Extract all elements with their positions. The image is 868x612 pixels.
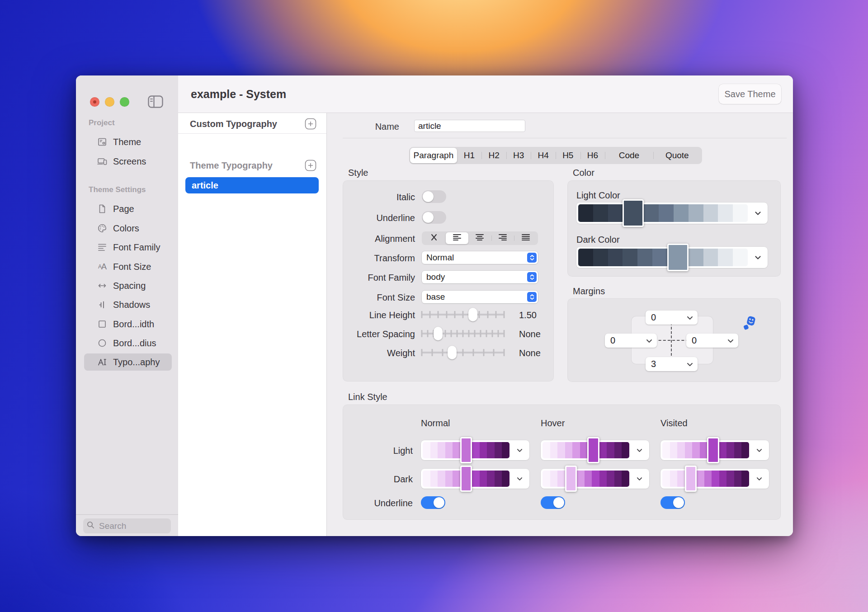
sidebar-item-theme[interactable]: Theme (84, 133, 172, 151)
color-swatch[interactable] (704, 471, 712, 487)
color-swatch[interactable] (592, 471, 599, 487)
color-swatch[interactable] (607, 442, 614, 458)
color-swatch[interactable] (502, 442, 509, 458)
sidebar-item-colors[interactable]: Colors (84, 220, 172, 237)
slider-thumb[interactable] (468, 308, 477, 321)
transform-select[interactable]: Normal (422, 251, 538, 264)
add-theme-typography-button[interactable] (305, 160, 316, 171)
font-size-select[interactable]: base (422, 291, 538, 303)
color-swatch[interactable] (726, 442, 734, 458)
color-swatch[interactable] (712, 471, 719, 487)
sidebar-item-font-family[interactable]: Font Family (84, 239, 172, 256)
align-right-button[interactable] (491, 232, 514, 244)
color-swatch[interactable] (438, 471, 445, 487)
color-swatch[interactable] (557, 471, 565, 487)
color-swatch[interactable] (623, 249, 637, 266)
color-swatch[interactable] (550, 471, 558, 487)
color-swatch[interactable] (487, 471, 495, 487)
color-swatch[interactable] (550, 442, 558, 458)
tab-code[interactable]: Code (605, 148, 653, 163)
color-swatch[interactable] (453, 471, 460, 487)
color-swatch[interactable] (719, 471, 727, 487)
color-swatch[interactable] (585, 471, 592, 487)
close-button[interactable] (90, 97, 99, 107)
color-swatch[interactable] (453, 442, 460, 458)
tab-h4[interactable]: H4 (531, 148, 556, 163)
color-swatch[interactable] (674, 204, 689, 222)
chevron-down-icon[interactable] (509, 477, 529, 481)
color-swatch[interactable] (703, 249, 718, 266)
link-light-normal-strip[interactable] (421, 440, 529, 460)
color-swatch[interactable] (703, 204, 718, 222)
sidebar-item-border-radius[interactable]: Bord...dius (84, 334, 172, 352)
selected-color-swatch[interactable] (685, 466, 697, 492)
link-underline-visited-toggle[interactable] (660, 496, 685, 509)
margin-bottom-select[interactable]: 3 (646, 357, 698, 371)
add-custom-typography-button[interactable] (305, 118, 316, 130)
zoom-button[interactable] (120, 97, 129, 107)
selected-color-swatch[interactable] (460, 437, 472, 463)
color-swatch[interactable] (577, 471, 585, 487)
link-dark-hover-strip[interactable] (541, 469, 649, 489)
color-swatch[interactable] (614, 471, 622, 487)
color-swatch[interactable] (637, 249, 652, 266)
color-swatch[interactable] (495, 442, 502, 458)
color-swatch[interactable] (741, 471, 749, 487)
color-swatch[interactable] (480, 471, 487, 487)
color-swatch[interactable] (430, 442, 438, 458)
color-swatch[interactable] (692, 442, 700, 458)
link-light-hover-strip[interactable] (541, 440, 649, 460)
color-swatch[interactable] (733, 249, 748, 266)
color-swatch[interactable] (670, 471, 678, 487)
font-family-select[interactable]: body (422, 271, 538, 283)
color-swatch[interactable] (495, 471, 502, 487)
chevron-down-icon[interactable] (748, 255, 768, 260)
color-swatch[interactable] (542, 471, 550, 487)
margin-left-select[interactable]: 0 (605, 334, 657, 348)
color-swatch[interactable] (741, 442, 749, 458)
color-swatch[interactable] (733, 204, 748, 222)
color-swatch[interactable] (578, 249, 593, 266)
slider-thumb[interactable] (448, 346, 457, 359)
color-swatch[interactable] (502, 471, 509, 487)
selected-color-swatch[interactable] (460, 466, 472, 492)
color-swatch[interactable] (608, 249, 623, 266)
chevron-down-icon[interactable] (749, 448, 769, 452)
link-dark-normal-strip[interactable] (421, 469, 529, 489)
color-swatch[interactable] (599, 442, 607, 458)
search-input[interactable] (98, 521, 163, 532)
color-swatch[interactable] (677, 442, 685, 458)
color-swatch[interactable] (423, 442, 430, 458)
color-swatch[interactable] (718, 204, 733, 222)
sidebar-item-border-width[interactable]: Bord...idth (84, 315, 172, 333)
color-swatch[interactable] (734, 442, 742, 458)
link-dark-visited-strip[interactable] (660, 469, 769, 489)
color-swatch[interactable] (480, 442, 487, 458)
chevron-down-icon[interactable] (748, 211, 768, 216)
align-center-button[interactable] (468, 232, 491, 244)
color-swatch[interactable] (697, 471, 704, 487)
color-swatch[interactable] (565, 442, 573, 458)
color-swatch[interactable] (445, 471, 453, 487)
color-swatch[interactable] (472, 442, 480, 458)
margin-top-select[interactable]: 0 (646, 311, 698, 325)
weight-slider[interactable] (422, 346, 504, 359)
selected-color-swatch[interactable] (623, 199, 644, 227)
color-swatch[interactable] (607, 471, 614, 487)
link-light-visited-strip[interactable] (660, 440, 769, 460)
color-swatch[interactable] (445, 442, 453, 458)
link-underline-hover-toggle[interactable] (541, 496, 565, 509)
color-swatch[interactable] (580, 442, 588, 458)
color-swatch[interactable] (662, 471, 670, 487)
color-swatch[interactable] (423, 471, 430, 487)
margin-right-select[interactable]: 0 (686, 334, 738, 348)
sidebar-item-font-size[interactable]: AA Font Size (84, 258, 172, 275)
selected-color-swatch[interactable] (667, 244, 689, 271)
color-swatch[interactable] (622, 471, 629, 487)
color-swatch[interactable] (659, 204, 674, 222)
sidebar-item-typography[interactable]: Typo...aphy (84, 353, 172, 371)
align-none-button[interactable] (423, 232, 446, 244)
dark-color-strip[interactable] (576, 247, 768, 268)
italic-toggle[interactable] (422, 190, 446, 203)
color-swatch[interactable] (542, 442, 550, 458)
